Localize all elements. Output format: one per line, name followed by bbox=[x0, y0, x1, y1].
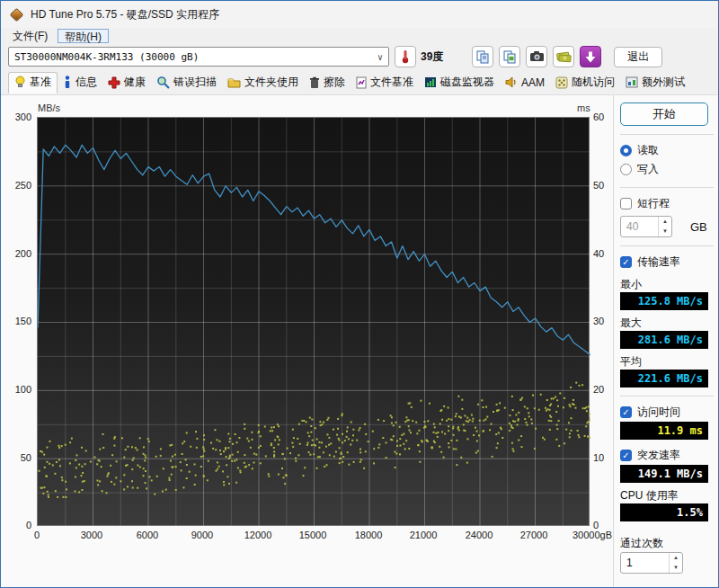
copy-text-button[interactable] bbox=[472, 46, 493, 67]
copy-text-icon bbox=[475, 49, 490, 64]
burst-rate-label: 突发速率 bbox=[637, 448, 680, 463]
y-tick-right: 50 bbox=[593, 179, 604, 192]
random-access-icon bbox=[555, 76, 568, 89]
drive-select-value: ST30000NM004K-3RM133 (30000 gB) bbox=[14, 51, 199, 63]
tab-label: 基准 bbox=[30, 75, 51, 90]
y-tick-left: 300 bbox=[1, 111, 31, 123]
x-tick: 6000 bbox=[119, 530, 176, 540]
tab-label: 擦除 bbox=[324, 75, 345, 90]
drive-select[interactable]: ST30000NM004K-3RM133 (30000 gB) ∨ bbox=[8, 47, 389, 67]
info-icon bbox=[63, 76, 72, 89]
write-radio-label: 写入 bbox=[637, 162, 659, 177]
tab-health[interactable]: 健康 bbox=[102, 72, 151, 94]
y-tick-left: 100 bbox=[1, 383, 31, 396]
pass-count-label: 通过次数 bbox=[620, 536, 714, 552]
speaker-icon bbox=[505, 76, 518, 88]
tab-disk-monitor[interactable]: 磁盘监视器 bbox=[419, 72, 500, 94]
checkbox-checked-icon: ✓ bbox=[620, 406, 632, 418]
avg-value: 221.6 MB/s bbox=[620, 370, 708, 388]
tab-bar: 基准 信息 健康 错误扫描 文件夹 bbox=[1, 70, 718, 95]
tab-label: 文件夹使用 bbox=[244, 75, 298, 90]
capacity-spinner[interactable]: 40 ▲ ▼ bbox=[620, 216, 672, 237]
checkbox-checked-icon: ✓ bbox=[620, 450, 632, 461]
spinner-down-icon[interactable]: ▼ bbox=[659, 227, 671, 236]
divider bbox=[620, 134, 714, 135]
menu-help[interactable]: 帮助(H) bbox=[58, 29, 109, 43]
access-time-label: 访问时间 bbox=[637, 405, 680, 420]
y-tick-right: 40 bbox=[593, 247, 604, 260]
transfer-rate-checkbox[interactable]: ✓ 传输速率 bbox=[620, 253, 714, 272]
tab-info[interactable]: 信息 bbox=[58, 72, 102, 94]
capacity-value: 40 bbox=[621, 217, 658, 236]
spinner-up-icon[interactable]: ▲ bbox=[670, 553, 682, 563]
short-stroke-checkbox[interactable]: 短行程 bbox=[620, 194, 714, 213]
access-time-checkbox[interactable]: ✓ 访问时间 bbox=[620, 403, 714, 422]
divider bbox=[620, 245, 714, 246]
x-tick: 18000 bbox=[340, 530, 397, 540]
bulb-icon bbox=[14, 76, 26, 89]
save-download-button[interactable] bbox=[580, 46, 601, 67]
y-tick-left: 200 bbox=[1, 247, 31, 260]
disk-monitor-icon bbox=[424, 76, 437, 88]
short-stroke-label: 短行程 bbox=[637, 196, 670, 211]
tab-label: 随机访问 bbox=[572, 75, 615, 90]
health-cross-icon bbox=[108, 76, 120, 89]
tab-extra-tests[interactable]: 额外测试 bbox=[620, 72, 690, 94]
tab-label: 健康 bbox=[124, 75, 146, 90]
x-tick: 15000 bbox=[284, 530, 342, 540]
register-icon bbox=[556, 51, 572, 63]
exit-button[interactable]: 退出 bbox=[614, 47, 662, 67]
chevron-down-icon: ∨ bbox=[377, 52, 383, 62]
pass-count-value: 1 bbox=[621, 553, 669, 573]
min-value: 125.8 MB/s bbox=[620, 292, 708, 310]
read-radio[interactable]: 读取 bbox=[620, 141, 714, 160]
panel-divider bbox=[613, 95, 614, 588]
cpu-usage-value: 1.5% bbox=[620, 503, 708, 521]
save-download-icon bbox=[585, 51, 596, 63]
tab-label: 磁盘监视器 bbox=[440, 75, 494, 90]
burst-rate-value: 149.1 MB/s bbox=[620, 465, 708, 483]
title-bar: HD Tune Pro 5.75 - 硬盘/SSD 实用程序 bbox=[1, 1, 718, 28]
y-tick-left: 250 bbox=[1, 179, 31, 192]
app-logo-icon bbox=[10, 8, 23, 22]
tab-aam[interactable]: AAM bbox=[500, 72, 550, 94]
magnifier-icon bbox=[156, 76, 170, 89]
copy-image-button[interactable] bbox=[499, 46, 520, 67]
divider bbox=[620, 396, 714, 396]
tab-random-access[interactable]: 随机访问 bbox=[550, 72, 620, 94]
y-tick-right: 10 bbox=[593, 451, 604, 464]
tab-benchmark[interactable]: 基准 bbox=[8, 72, 58, 94]
tab-file-benchmark[interactable]: 文件基准 bbox=[351, 72, 419, 94]
main-content: MB/s ms 300 250 200 150 100 50 0 60 50 4… bbox=[1, 95, 718, 588]
x-tick: 12000 bbox=[229, 530, 287, 540]
avg-label: 平均 bbox=[620, 354, 714, 370]
divider bbox=[620, 187, 714, 188]
tab-label: AAM bbox=[521, 76, 545, 89]
y-tick-left: 150 bbox=[1, 315, 31, 327]
register-button[interactable] bbox=[553, 46, 574, 67]
y-tick-left: 50 bbox=[1, 451, 31, 464]
spinner-down-icon[interactable]: ▼ bbox=[670, 563, 682, 573]
write-radio[interactable]: 写入 bbox=[620, 160, 714, 179]
tab-folder-usage[interactable]: 文件夹使用 bbox=[222, 72, 304, 94]
temperature-button[interactable] bbox=[395, 46, 416, 67]
left-axis-unit: MB/s bbox=[38, 102, 60, 113]
screenshot-button[interactable] bbox=[526, 46, 547, 67]
x-tick: 0 bbox=[8, 530, 66, 540]
benchmark-chart bbox=[37, 117, 590, 526]
toolbar: ST30000NM004K-3RM133 (30000 gB) ∨ 39度 bbox=[1, 43, 718, 70]
right-axis-unit: ms bbox=[577, 102, 590, 113]
pass-count-spinner[interactable]: 1 ▲ ▼ bbox=[620, 552, 683, 574]
tab-label: 错误扫描 bbox=[173, 75, 217, 90]
x-tick: 21000 bbox=[395, 530, 452, 540]
tab-erase[interactable]: 擦除 bbox=[304, 72, 351, 94]
start-button[interactable]: 开始 bbox=[620, 102, 708, 126]
trash-icon bbox=[309, 76, 320, 89]
burst-rate-checkbox[interactable]: ✓ 突发速率 bbox=[620, 446, 714, 465]
x-tick: 3000 bbox=[63, 530, 120, 540]
control-panel: 开始 读取 写入 短行程 40 ▲ ▼ bbox=[620, 101, 714, 588]
spinner-up-icon[interactable]: ▲ bbox=[659, 217, 671, 227]
chart-plot-svg bbox=[38, 118, 590, 527]
tab-error-scan[interactable]: 错误扫描 bbox=[151, 72, 222, 94]
menu-file[interactable]: 文件(F) bbox=[6, 29, 54, 43]
